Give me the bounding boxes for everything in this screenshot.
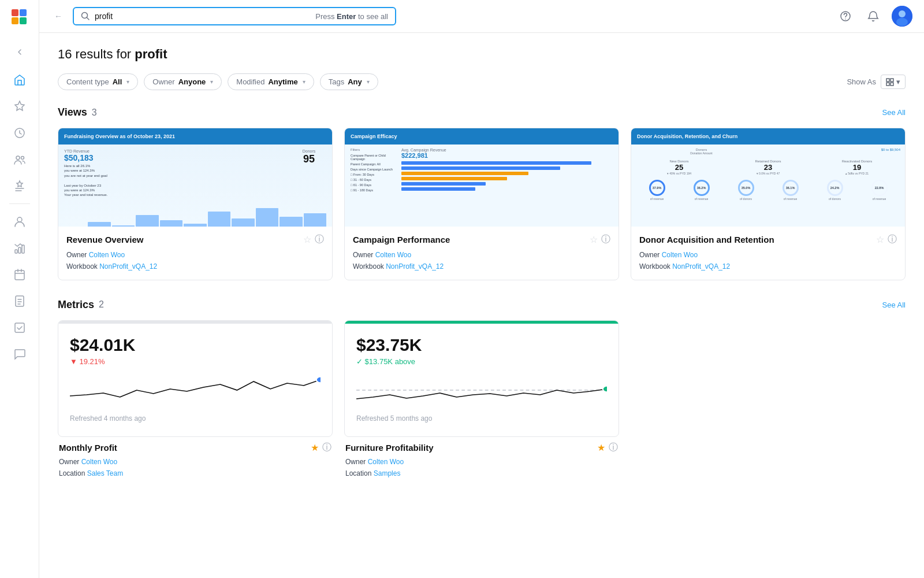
- content-type-label: Content type: [66, 77, 109, 86]
- view-card-donor[interactable]: Donor Acquisition, Retention, and Churn …: [631, 128, 906, 280]
- tags-filter[interactable]: Tags Any ▾: [320, 73, 378, 90]
- metric-value-1: $24.01K: [70, 335, 321, 355]
- back-button[interactable]: ←: [51, 9, 66, 23]
- card-meta-revenue: Owner Colten Woo Workbook NonProfit_vQA_…: [66, 249, 324, 273]
- svg-rect-0: [12, 9, 18, 16]
- metric-actions-monthly: ★ ⓘ: [311, 442, 331, 454]
- info-button-revenue[interactable]: ⓘ: [315, 234, 324, 246]
- help-button[interactable]: [836, 7, 855, 25]
- svg-rect-11: [15, 271, 24, 280]
- star-button-campaign[interactable]: ☆: [590, 234, 598, 245]
- views-count: 3: [92, 108, 97, 118]
- metrics-see-all[interactable]: See All: [882, 301, 906, 309]
- info-button-monthly[interactable]: ⓘ: [322, 442, 331, 454]
- metrics-section: Metrics 2 See All $24.01K ▼ 19.21%: [58, 299, 906, 480]
- sidebar-item-profile[interactable]: [7, 209, 32, 234]
- modified-label: Modified: [236, 77, 264, 86]
- workbook-link-revenue[interactable]: NonProfit_vQA_12: [99, 262, 157, 271]
- show-as-label: Show As: [847, 77, 876, 86]
- sidebar-divider-1: [9, 203, 30, 204]
- avatar[interactable]: [892, 6, 912, 27]
- donor-circles: 37.9% of revenue 36.2% of revenue 35.0% …: [636, 180, 900, 201]
- views-section: Views 3 See All Fundraising Overview as …: [58, 106, 906, 280]
- svg-point-16: [845, 18, 846, 20]
- sidebar-item-shared[interactable]: [7, 147, 32, 172]
- sidebar-item-content[interactable]: [7, 288, 32, 314]
- views-see-all[interactable]: See All: [882, 108, 906, 117]
- svg-rect-20: [886, 79, 889, 81]
- app-logo: [9, 7, 30, 28]
- owner-label: Owner: [152, 77, 174, 86]
- owner-link-campaign[interactable]: Colten Woo: [375, 251, 411, 259]
- show-as-chevron: ▾: [896, 77, 900, 86]
- search-icon: [81, 12, 90, 21]
- search-query: profit: [135, 47, 167, 61]
- star-button-furniture[interactable]: ★: [597, 442, 605, 453]
- thumb-header-campaign: Campaign Efficacy: [345, 128, 619, 144]
- collapse-button[interactable]: [7, 39, 32, 65]
- owner-link-revenue[interactable]: Colten Woo: [89, 251, 125, 259]
- owner-link-donor[interactable]: Colten Woo: [662, 251, 698, 259]
- metric-sparkline-1: [70, 373, 321, 407]
- metric-value-2: $23.75K: [356, 335, 607, 355]
- card-thumbnail-donor: Donor Acquisition, Retention, and Churn …: [631, 128, 905, 227]
- search-box: Press Enter to see all: [73, 7, 396, 25]
- metric-info-furniture: Furniture Profitability ★ ⓘ Owner Colten…: [344, 442, 619, 480]
- svg-rect-21: [891, 79, 893, 81]
- metric-change-1: ▼ 19.21%: [70, 357, 321, 366]
- owner-value: Anyone: [178, 77, 206, 86]
- svg-point-5: [16, 156, 20, 160]
- owner-filter[interactable]: Owner Anyone ▾: [144, 73, 222, 90]
- card-title-campaign: Campaign Performance: [353, 235, 450, 244]
- info-button-furniture[interactable]: ⓘ: [609, 442, 618, 454]
- star-button-revenue[interactable]: ☆: [303, 234, 311, 245]
- star-button-donor[interactable]: ☆: [876, 234, 884, 245]
- search-hint: Press Enter to see all: [315, 12, 388, 21]
- card-meta-donor: Owner Colten Woo Workbook NonProfit_vQA_…: [639, 249, 897, 273]
- info-button-campaign[interactable]: ⓘ: [601, 234, 610, 246]
- tags-value: Any: [348, 77, 362, 86]
- metric-sparkline-2: [356, 373, 607, 407]
- location-link-furniture[interactable]: Samples: [374, 469, 401, 477]
- sidebar-item-tasks[interactable]: [7, 315, 32, 340]
- thumb-chart-revenue: [64, 205, 326, 227]
- location-link-monthly[interactable]: Sales Team: [87, 469, 123, 477]
- svg-point-24: [316, 377, 321, 383]
- owner-link-monthly[interactable]: Colten Woo: [81, 458, 117, 466]
- content-type-filter[interactable]: Content type All ▾: [58, 73, 138, 90]
- search-input[interactable]: [95, 12, 311, 21]
- card-info-campaign: Campaign Performance ☆ ⓘ Owner Colten Wo…: [345, 227, 619, 280]
- metric-actions-furniture: ★ ⓘ: [597, 442, 618, 454]
- sidebar-item-home[interactable]: [7, 67, 32, 92]
- metric-meta-monthly: Owner Colten Woo Location Sales Team: [59, 456, 331, 480]
- content-type-chevron: ▾: [126, 79, 129, 85]
- sidebar-item-recents[interactable]: [7, 120, 32, 146]
- sidebar-item-favorites[interactable]: [7, 94, 32, 119]
- view-card-campaign[interactable]: Campaign Efficacy Filters Compare Parent…: [344, 128, 619, 280]
- svg-point-6: [21, 157, 24, 160]
- card-info-revenue: Revenue Overview ☆ ⓘ Owner Colten Woo Wo…: [58, 227, 332, 280]
- sidebar: [0, 0, 39, 578]
- sidebar-item-schedules[interactable]: [7, 262, 32, 287]
- thumb-header-donor: Donor Acquisition, Retention, and Churn: [631, 128, 905, 144]
- modified-filter[interactable]: Modified Anytime ▾: [228, 73, 314, 90]
- card-meta-campaign: Owner Colten Woo Workbook NonProfit_vQA_…: [353, 249, 610, 273]
- svg-rect-3: [20, 17, 27, 24]
- metric-card-monthly-profit[interactable]: $24.01K ▼ 19.21% Refreshed 4 months ago: [58, 320, 333, 437]
- owner-link-furniture[interactable]: Colten Woo: [368, 458, 404, 466]
- workbook-link-campaign[interactable]: NonProfit_vQA_12: [386, 262, 444, 271]
- workbook-link-donor[interactable]: NonProfit_vQA_12: [672, 262, 730, 271]
- sidebar-item-recommendations[interactable]: [7, 173, 32, 199]
- sidebar-item-analytics[interactable]: [7, 235, 32, 261]
- svg-rect-9: [18, 247, 21, 253]
- metrics-grid: $24.01K ▼ 19.21% Refreshed 4 months ago: [58, 320, 906, 437]
- metric-change-2: ✓ $13.75K above: [356, 357, 607, 366]
- card-title-donor: Donor Acquisition and Retention: [639, 235, 774, 244]
- metric-card-furniture[interactable]: $23.75K ✓ $13.75K above Refreshed 5 mont…: [344, 320, 619, 437]
- info-button-donor[interactable]: ⓘ: [888, 234, 897, 246]
- notifications-button[interactable]: [864, 7, 882, 25]
- sidebar-item-messages[interactable]: [7, 342, 32, 367]
- show-as-button[interactable]: ▾: [881, 75, 906, 89]
- view-card-revenue[interactable]: Fundraising Overview as of October 23, 2…: [58, 128, 333, 280]
- star-button-monthly[interactable]: ★: [311, 442, 319, 453]
